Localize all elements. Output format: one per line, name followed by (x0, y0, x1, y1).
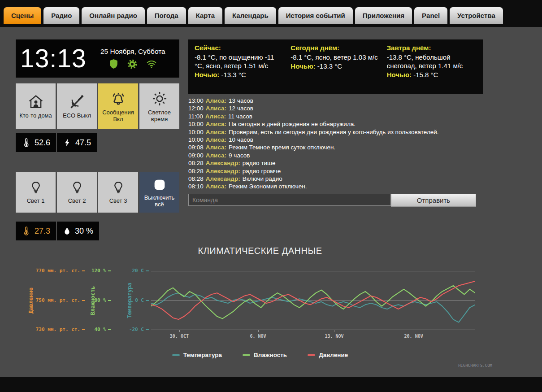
legend-item[interactable]: Влажность (243, 352, 287, 358)
clock-time: 13:13 (16, 39, 87, 78)
gear-icon[interactable] (126, 58, 138, 70)
tab[interactable]: Panel (414, 7, 447, 24)
log-entry: 12:00Алиса:12 часов (188, 105, 485, 112)
y-axis-tick-label: -20 C (113, 327, 149, 332)
log-time: 13:00 (188, 97, 204, 104)
series-line-Температура (151, 293, 475, 322)
log-time: 09:08 (188, 144, 204, 151)
legend-swatch (308, 354, 315, 356)
tab[interactable]: Календарь (225, 7, 276, 24)
climate-chart: highcharts.com Давление770 мм. рт. ст.75… (27, 265, 493, 375)
legend-item[interactable]: Давление (308, 352, 348, 358)
light-button[interactable]: Выключить всё (139, 172, 179, 213)
scene-button[interactable]: ECO Выкл (57, 83, 97, 129)
weather-column: Сейчас:-8.1 °C, по ощущению -11 °C, ясно… (195, 44, 284, 90)
highcharts-credits[interactable]: highcharts.com (458, 363, 492, 368)
legend-label: Температура (183, 352, 222, 358)
log-time: 10:00 (188, 129, 204, 135)
tab[interactable]: Устройства (450, 7, 503, 24)
log-user: Александр: (206, 168, 240, 174)
tab[interactable]: Погода (147, 7, 186, 24)
weather-night-label: Ночью: (195, 71, 219, 78)
log-user: Алиса: (206, 105, 226, 112)
antenna-off-icon (69, 93, 86, 110)
log-entry: 09:00Алиса:9 часов (188, 152, 485, 159)
drop-icon (63, 226, 71, 236)
clock-widget: 13:13 25 Ноября, Суббота (16, 39, 179, 78)
log-user: Алиса: (206, 136, 226, 143)
weather-column-title: Сейчас: (195, 44, 284, 52)
weather-night: Ночью: -15.8 °C (387, 71, 477, 78)
log-message: 11 часов (228, 113, 252, 120)
log-message: 12 часов (229, 105, 253, 112)
scene-button[interactable]: Светлое время (139, 83, 179, 129)
log-entry: 10:00Алиса:10 часов (188, 136, 485, 144)
send-button[interactable]: Отправить (391, 194, 476, 207)
scene-button[interactable]: Сообщения Вкл (98, 83, 138, 129)
series-line-Давление (151, 281, 475, 319)
wifi-icon[interactable] (145, 58, 158, 70)
log-user: Алиса: (206, 144, 226, 151)
log-entry: 08:28Александр:радио тише (188, 159, 485, 167)
tick-text: 770 мм. рт. ст. (36, 268, 80, 274)
weather-night: Ночью: -13.3 °C (195, 71, 284, 78)
log-message: Режим Экономия отключен. (229, 183, 307, 190)
climate-chart-section: КЛИМАТИЧЕСКИЕ ДАННЫЕ highcharts.com Давл… (27, 246, 493, 377)
log-message: На сегодня я дней рождения не обнаружила… (229, 121, 356, 127)
tab[interactable]: Сцены (4, 7, 41, 24)
weather-forecast-text: -13.8 °C, небольшой снегопад, ветер 1.41… (387, 53, 477, 70)
light-button[interactable]: Свет 3 (98, 172, 138, 213)
thermometer-icon (22, 226, 31, 237)
light-button[interactable]: Свет 2 (57, 172, 97, 213)
chart-series-plot (151, 271, 475, 330)
scene-button[interactable]: Кто-то дома (16, 83, 56, 129)
log-time: 08:10 (188, 183, 204, 190)
log-user: Алиса: (206, 183, 226, 190)
chart-title: КЛИМАТИЧЕСКИЕ ДАННЫЕ (27, 246, 493, 256)
log-user: Алиса: (206, 152, 226, 159)
legend-item[interactable]: Температура (172, 352, 222, 358)
tick-text: 20 C (132, 268, 144, 274)
weather-night-label: Ночью: (291, 62, 315, 70)
x-axis-label: 6. Nov (238, 334, 278, 339)
x-axis-tick (179, 330, 180, 332)
log-message: Режим Темное время суток отключен. (229, 144, 335, 151)
tab[interactable]: Карта (188, 7, 222, 24)
tick-mark (108, 329, 111, 330)
tab[interactable]: Приложения (355, 7, 412, 24)
log-entry: 10:00Алиса:На сегодня я дней рождения не… (188, 120, 485, 128)
command-input[interactable] (188, 194, 391, 206)
log-time: 12:00 (188, 105, 204, 112)
weather-column: Сегодня днём:-8.1 °C, ясно, ветер 1.03 м… (291, 44, 380, 90)
bulb-icon (69, 180, 85, 196)
weather-night-value: -15.8 °C (412, 71, 438, 78)
light-button-label: Свет 2 (68, 198, 86, 205)
tick-text: -20 C (129, 327, 144, 332)
tab[interactable]: Онлайн радио (82, 7, 144, 24)
clock-right: 25 Ноября, Суббота (87, 39, 179, 78)
weather-night: Ночью: -13.3 °C (291, 62, 380, 70)
y-axis-tick-label: 40 % (75, 327, 111, 332)
log-entry: 11:00Алиса:11 часов (188, 113, 485, 120)
chart-legend: ТемператураВлажностьДавление (27, 352, 493, 358)
tab-strip: СценыРадиоОнлайн радиоПогодаКартаКаленда… (4, 7, 503, 24)
tick-text: 120 % (91, 268, 106, 274)
scene-button-label: Светлое время (140, 109, 178, 123)
log-time: 11:00 (188, 113, 203, 120)
log-time: 08:28 (188, 168, 204, 174)
tab[interactable]: История событий (278, 7, 353, 24)
tab[interactable]: Радио (43, 7, 79, 24)
tick-text: 750 мм. рт. ст. (36, 297, 80, 303)
eco-shield-icon[interactable] (108, 58, 119, 70)
sensor-reading: 27.3 (35, 226, 50, 236)
x-axis-tick (334, 330, 334, 332)
log-user: Алиса: (206, 121, 226, 127)
log-message: 13 часов (229, 97, 253, 104)
tick-mark (108, 270, 111, 271)
sensor-value: 47.5 (57, 133, 97, 152)
sensor-value: 27.3 (16, 222, 56, 240)
light-button[interactable]: Свет 1 (16, 172, 56, 213)
light-buttons-row: Свет 1Свет 2Свет 3Выключить всё (16, 172, 179, 213)
tick-text: 80 % (95, 297, 107, 303)
log-time: 10:00 (188, 121, 204, 127)
